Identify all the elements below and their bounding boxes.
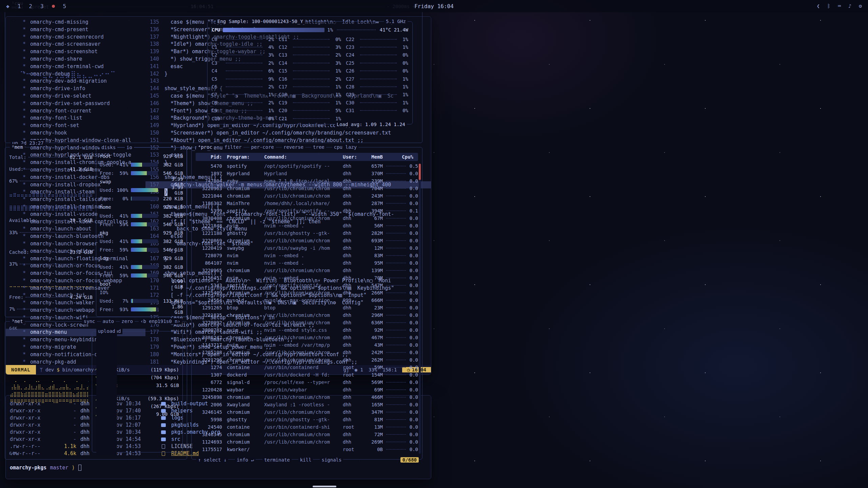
process-row[interactable]: 3220992 chromium /usr/lib/chromium/chrom… xyxy=(196,319,418,326)
process-row[interactable]: 1220419 swaybg /usr/bin/swaybg -i /hom d… xyxy=(196,244,418,252)
btop-window: ¹cpu menu preset * 16:04:51 - 2000ms + ⠉… xyxy=(0,0,427,465)
proc-option[interactable]: reverse xyxy=(282,144,305,150)
header-program[interactable]: Program: xyxy=(227,154,263,160)
process-row[interactable]: 24564 mysqld mysqld --max-connection 999… xyxy=(196,297,418,304)
process-row[interactable]: 5998 ghostty /usr/bin/ghostty --gtk- dhh… xyxy=(196,416,418,423)
net-option[interactable]: auto xyxy=(101,318,116,324)
clock: Friday 16:04 xyxy=(414,3,454,9)
info-button[interactable]: info ↵ xyxy=(235,457,256,463)
select-hint[interactable]: ↑ select ↓ xyxy=(196,457,228,463)
process-row[interactable]: 1897 Hyprland Hyprland dhh 370M 0.0 xyxy=(196,170,418,177)
net-option[interactable]: ‹b enp191s0 n› xyxy=(139,318,182,324)
process-row[interactable]: 3220965 chromium /usr/lib/chromium/chrom… xyxy=(196,267,418,274)
keyboard-icon[interactable]: ⌨ xyxy=(838,3,841,9)
process-row[interactable]: 1125409 chromium /usr/lib/chromium/chrom… xyxy=(196,289,418,297)
process-row[interactable]: 864107 nvim nvim --embed . dhh 95M 0.0 xyxy=(196,259,418,267)
process-row[interactable]: 5343 spotify /opt/spotify/spotify dhh 54… xyxy=(196,282,418,289)
process-row[interactable]: 3246145 chromium /usr/lib/chromium/chrom… xyxy=(196,408,418,416)
process-row[interactable]: 1156451 nvim nvim --embed . dhh 70M 0.0 xyxy=(196,274,418,282)
process-scrollbar-thumb[interactable] xyxy=(419,164,421,180)
process-row[interactable]: 3221835 chromium /usr/lib/chromium/chrom… xyxy=(196,311,418,319)
process-program: chromium xyxy=(227,312,263,318)
process-row[interactable]: 728079 nvim nvim --embed . dhh 83M 0.0 xyxy=(196,252,418,259)
process-row[interactable]: 3386242 chromium /usr/lib/chromium/chrom… xyxy=(196,334,418,341)
header-pid[interactable]: Pid: xyxy=(196,154,225,160)
io-label[interactable]: io xyxy=(125,144,134,150)
load-average: Load avg: 1.09 1.24 1.24 xyxy=(335,121,407,127)
process-row[interactable]: 1307 dockerd /usr/bin/dockerd -H fd: roo… xyxy=(196,371,418,379)
header-cpu[interactable]: Cpu% xyxy=(384,154,418,160)
process-row[interactable]: 24540 containe /usr/bin/containerd-shi r… xyxy=(196,423,418,431)
workspace-button-5[interactable]: 5 xyxy=(63,3,66,9)
net-option[interactable]: zero xyxy=(120,318,135,324)
process-command: btop xyxy=(264,305,341,310)
process-row[interactable]: 3221044 chromium /usr/lib/chromium/chrom… xyxy=(196,192,418,200)
process-row[interactable]: 5399 spotify /opt/spotify/spotify -- dhh… xyxy=(196,207,418,215)
kill-button[interactable]: kill xyxy=(298,457,313,463)
process-user: dhh xyxy=(343,439,361,445)
process-row[interactable]: 6772 signal-d /proc/self/exe --type=r dh… xyxy=(196,379,418,386)
process-row[interactable]: 2006 Xwayland Xwayland :1 -rootless - dh… xyxy=(196,401,418,408)
process-row[interactable]: 1291265 btop btop dhh 23M 0.0 xyxy=(196,304,418,311)
process-pid: 1125409 xyxy=(196,290,225,296)
proc-option[interactable]: tree xyxy=(311,144,326,150)
process-row[interactable]: 1186302 MainThre /home/dhh/.local/share/… xyxy=(196,200,418,207)
net-option[interactable]: sync xyxy=(82,318,97,324)
process-cpu: 0.0 xyxy=(408,268,418,273)
process-row[interactable]: 747804 ruby puma 7.1.0 (tcp://local dhh … xyxy=(196,177,418,185)
process-row[interactable]: 3809782 nvim nvim --embed style.css dhh … xyxy=(196,326,418,334)
process-row[interactable]: 1205108 chromium /usr/lib/chromium/chrom… xyxy=(196,349,418,356)
signals-button[interactable]: signals xyxy=(320,457,343,463)
arrow-left-icon[interactable]: ❮ xyxy=(817,3,820,9)
volume-icon[interactable]: ♪ xyxy=(848,3,851,9)
tab-mem[interactable]: ²mem xyxy=(10,144,25,150)
process-row[interactable]: 1124693 chromium /usr/lib/chromium/chrom… xyxy=(196,438,418,446)
process-table-header[interactable]: Pid: Program: Command: User: MemB Cpu% xyxy=(196,153,418,161)
shell-prompt[interactable]: omarchy-pkgs master ) xyxy=(6,465,431,471)
process-row[interactable]: 3220963 chromium /usr/lib/chromium/chrom… xyxy=(196,185,418,192)
process-row[interactable]: 1221848 nvim nvim --embed . dhh 56M 0.0 xyxy=(196,222,418,229)
tab-proc[interactable]: ⁴proc xyxy=(196,144,214,150)
proc-option[interactable]: per-core xyxy=(250,144,276,150)
process-row[interactable]: 3221296 chromium /usr/lib/chromium/chrom… xyxy=(196,356,418,364)
process-program: containe xyxy=(227,424,263,430)
process-row[interactable]: 3830408 chromium /usr/lib/chromium/chrom… xyxy=(196,215,418,222)
process-cpu: 0.0 xyxy=(408,350,418,355)
header-memory[interactable]: MemB xyxy=(362,154,383,160)
workspace-button[interactable]: 2 xyxy=(29,3,32,9)
proc-option[interactable]: filter xyxy=(223,144,243,150)
core-row: C24 0% xyxy=(346,51,408,59)
process-row[interactable]: 1221188 ghostty /usr/bin/ghostty --gtk- … xyxy=(196,229,418,237)
tab-net[interactable]: ³net xyxy=(10,318,25,324)
disks-label[interactable]: disks xyxy=(100,144,117,150)
disk-row: Used: 41% 382 GiB xyxy=(100,238,183,245)
memory-label: ⣀⣀⣀⣀⣀⣀⣀⣀⣀⣀⣀⣀⣀⣀⣀⣀⣀⣀⣀⣀⣀⣀⣀⣀ xyxy=(9,282,93,287)
process-row[interactable]: 3246345 chromium /usr/lib/chromium/chrom… xyxy=(196,431,418,438)
header-user[interactable]: User: xyxy=(343,154,361,160)
core-row: C12 3% xyxy=(279,43,341,51)
process-row[interactable]: 1220428 waybar /usr/bin/waybar dhh 69M 0… xyxy=(196,386,418,393)
process-row[interactable]: 5470 spotify /opt/spotify/spotify -- dhh… xyxy=(196,162,418,170)
process-row[interactable]: 1143717 nvim nvim --embed /var/tmp/p dhh… xyxy=(196,341,418,349)
memory-label: Free: xyxy=(9,294,23,300)
disk-percent: 7% xyxy=(115,298,128,304)
dock-hint[interactable] xyxy=(313,486,336,487)
disk-percent: 0% xyxy=(115,196,128,201)
workspace-button[interactable]: 3 xyxy=(40,3,44,9)
disk-percent: 59% xyxy=(115,247,128,252)
proc-option[interactable]: cpu lazy xyxy=(332,144,358,150)
net-scale-bottom: 64K xyxy=(9,451,17,456)
header-command[interactable]: Command: xyxy=(264,154,341,160)
core-id: C7 xyxy=(212,92,224,97)
workspace-indicator-dot[interactable] xyxy=(52,5,55,8)
process-scrollbar[interactable] xyxy=(419,164,421,454)
terminate-button[interactable]: terminate xyxy=(262,457,292,463)
disk-label: Free: xyxy=(100,222,114,227)
process-row[interactable]: 3245898 chromium /usr/lib/chromium/chrom… xyxy=(196,393,418,401)
process-row[interactable]: 3220869 chromium /usr/lib/chromium/chrom… xyxy=(196,237,418,244)
process-row[interactable]: 1175517 kworker/ root 0B 0.0 xyxy=(196,446,418,453)
process-row[interactable]: 1274 containe /usr/bin/containerd root 5… xyxy=(196,364,418,371)
workspace-button[interactable]: 1 xyxy=(18,3,21,9)
bluetooth-icon[interactable]: ᛒ xyxy=(827,3,830,9)
settings-icon[interactable]: ⚙ xyxy=(859,3,862,9)
